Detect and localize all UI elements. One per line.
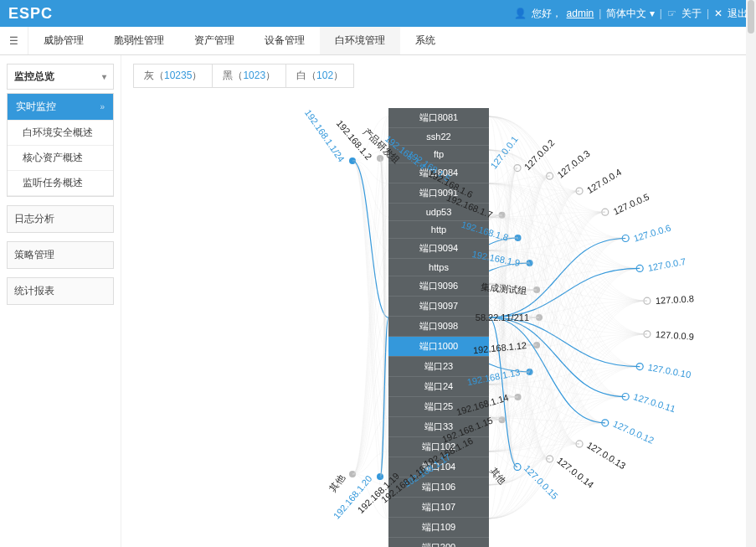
chevron-right-icon: » bbox=[100, 102, 105, 111]
nav-item-3[interactable]: 设备管理 bbox=[249, 27, 320, 54]
sidebar-panel-title[interactable]: 监控总览 ▾ bbox=[7, 64, 114, 90]
port-item-20[interactable]: 端口107 bbox=[388, 498, 489, 518]
content: 灰（10235）黑（1023）白（102） 端口8081ssh22ftp端口80… bbox=[121, 55, 756, 547]
header-right: 👤 您好， admin | 简体中文 ▾ | ☞ 关于 | ✕ 退出 bbox=[514, 7, 748, 21]
close-icon: ✕ bbox=[714, 8, 723, 19]
sidebar-title-text: 监控总览 bbox=[14, 70, 54, 84]
port-item-11[interactable]: 端口9098 bbox=[388, 317, 489, 337]
filter-tabs: 灰（10235）黑（1023）白（102） bbox=[133, 64, 354, 88]
port-item-13[interactable]: 端口23 bbox=[388, 357, 489, 377]
app-header: ESPC 👤 您好， admin | 简体中文 ▾ | ☞ 关于 | ✕ 退出 bbox=[0, 0, 756, 27]
sidebar: 监控总览 ▾ 实时监控»白环境安全概述核心资产概述监听任务概述 日志分析策略管理… bbox=[0, 55, 121, 547]
nav-item-5[interactable]: 系统 bbox=[400, 27, 450, 54]
sidebar-category-0[interactable]: 日志分析 bbox=[7, 205, 114, 233]
sidebar-category-2[interactable]: 统计报表 bbox=[7, 277, 114, 305]
filter-tab-2[interactable]: 白（102） bbox=[286, 65, 353, 87]
filter-tab-1[interactable]: 黑（1023） bbox=[213, 65, 286, 87]
left-node-10[interactable]: 58.22.11/211 bbox=[476, 312, 529, 323]
sidebar-item-3[interactable]: 监听任务概述 bbox=[8, 171, 113, 196]
user-link[interactable]: admin bbox=[567, 8, 594, 19]
sep: | bbox=[599, 8, 601, 19]
port-item-8[interactable]: https bbox=[388, 259, 489, 276]
menu-toggle-button[interactable]: ☰ bbox=[0, 27, 28, 54]
nav-item-4[interactable]: 白环境管理 bbox=[320, 27, 400, 54]
greeting: 您好， bbox=[532, 7, 562, 21]
port-item-0[interactable]: 端口8081 bbox=[388, 108, 489, 128]
about-link[interactable]: 关于 bbox=[681, 7, 702, 21]
port-item-21[interactable]: 端口109 bbox=[388, 518, 489, 538]
top-nav: ☰ 威胁管理脆弱性管理资产管理设备管理白环境管理系统 bbox=[0, 27, 756, 55]
nav-item-1[interactable]: 脆弱性管理 bbox=[99, 27, 179, 54]
user-icon: 👤 bbox=[514, 8, 527, 19]
logo: ESPC bbox=[8, 5, 53, 23]
main: 监控总览 ▾ 实时监控»白环境安全概述核心资产概述监听任务概述 日志分析策略管理… bbox=[0, 55, 756, 547]
filter-tab-0[interactable]: 灰（10235） bbox=[134, 65, 213, 87]
lang-select[interactable]: 简体中文 ▾ bbox=[606, 7, 654, 21]
logout-link[interactable]: 退出 bbox=[728, 7, 748, 21]
sidebar-item-1[interactable]: 白环境安全概述 bbox=[8, 121, 113, 146]
caret-down-icon: ▾ bbox=[102, 72, 106, 81]
sep: | bbox=[660, 8, 662, 19]
port-item-10[interactable]: 端口9097 bbox=[388, 297, 489, 317]
about-icon: ☞ bbox=[667, 8, 676, 19]
vertical-scrollbar[interactable] bbox=[746, 55, 756, 547]
sep: | bbox=[707, 8, 709, 19]
relation-graph[interactable]: 端口8081ssh22ftp端口8084端口9091udp53http端口909… bbox=[133, 96, 744, 547]
nav-item-2[interactable]: 资产管理 bbox=[179, 27, 249, 54]
port-item-22[interactable]: 端口200 bbox=[388, 538, 489, 547]
port-item-9[interactable]: 端口9096 bbox=[388, 276, 489, 297]
port-item-1[interactable]: ssh22 bbox=[388, 128, 489, 146]
right-node-8[interactable]: 127.0.0.9 bbox=[656, 329, 695, 342]
sidebar-list: 实时监控»白环境安全概述核心资产概述监听任务概述 bbox=[7, 93, 114, 197]
port-item-4[interactable]: 端口9091 bbox=[388, 183, 489, 204]
sidebar-category-1[interactable]: 策略管理 bbox=[7, 241, 114, 269]
nav-item-0[interactable]: 威胁管理 bbox=[28, 27, 99, 54]
sidebar-item-2[interactable]: 核心资产概述 bbox=[8, 146, 113, 171]
sidebar-item-0[interactable]: 实时监控» bbox=[8, 94, 113, 121]
